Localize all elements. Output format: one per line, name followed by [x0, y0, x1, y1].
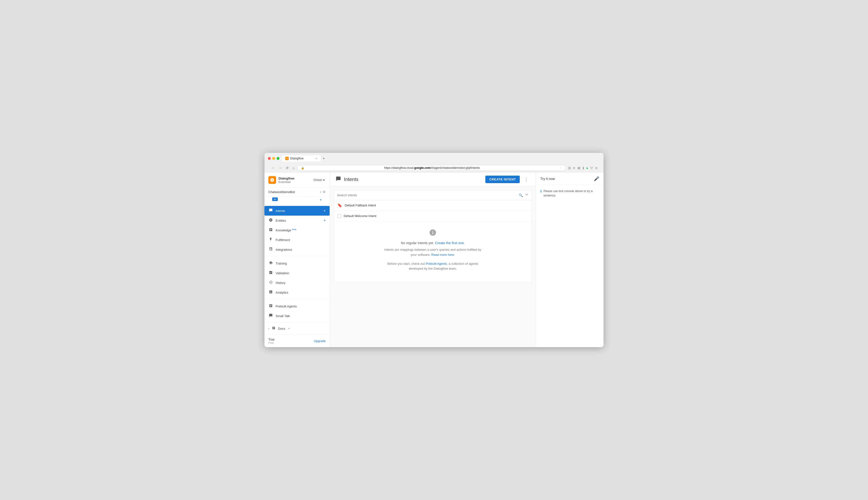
- extension-icon[interactable]: ●: [586, 166, 589, 170]
- reader-icon[interactable]: ≡: [573, 166, 576, 170]
- create-first-link[interactable]: Create the first one.: [435, 241, 465, 245]
- knowledge-label: Knowledge beta: [276, 228, 326, 232]
- prebuilt-agents-link[interactable]: Prebuilt Agents: [426, 262, 447, 265]
- main-content: Intents CREATE INTENT ⋮ 🔍: [330, 173, 536, 347]
- secondary-nav: Training Validation History: [265, 259, 329, 297]
- trial-info: Trial Free: [268, 338, 314, 344]
- browser-tab[interactable]: D Dialogflow ✕: [282, 155, 321, 162]
- minimize-button[interactable]: [272, 157, 275, 160]
- add-language-button[interactable]: +: [320, 198, 326, 202]
- empty-desc-2: Before you start, check out Prebuilt Age…: [339, 261, 527, 272]
- sidebar-item-validation[interactable]: Validation: [265, 268, 329, 278]
- language-badge[interactable]: en: [272, 197, 278, 201]
- try-info-icon: ℹ: [540, 189, 542, 193]
- intent-name-welcome: Default Welcome Intent: [344, 214, 489, 218]
- address-bar[interactable]: 🔒 https://dialogflow.cloud.google.com/#/…: [298, 165, 566, 171]
- intent-name-fallback: Default Fallback Intent: [345, 204, 528, 207]
- sidebar-item-history[interactable]: History: [265, 278, 329, 287]
- tab-close-icon[interactable]: ✕: [315, 157, 317, 160]
- trial-label: Trial: [268, 338, 314, 341]
- filter-toolbar-icon[interactable]: ▽: [590, 166, 593, 170]
- upgrade-button[interactable]: Upgrade: [314, 339, 326, 343]
- intent-item-fallback[interactable]: 🔖 Default Fallback Intent: [334, 200, 532, 211]
- create-intent-button[interactable]: CREATE INTENT: [485, 175, 520, 183]
- brand-sub: Essentials: [278, 181, 294, 183]
- try-info-text: Please use test console above to try a s…: [543, 189, 599, 198]
- url-text: https://dialogflow.cloud.google.com/#/ag…: [306, 166, 558, 170]
- docs-icon: [271, 326, 276, 331]
- sidebar-item-training[interactable]: Training: [265, 259, 329, 268]
- intent-list: 🔍 🔖 Default Fallback Intent Default Welc: [334, 190, 532, 283]
- close-button[interactable]: [268, 157, 271, 160]
- intent-checkbox[interactable]: [337, 214, 341, 218]
- try-title: Try it now: [540, 177, 555, 181]
- docs-external-icon: ↗: [288, 327, 290, 330]
- sidebar-item-docs[interactable]: › Docs ↗: [265, 324, 329, 333]
- intents-panel: 🔍 🔖 Default Fallback Intent Default Welc: [330, 186, 536, 347]
- try-body: ℹ Please use test console above to try a…: [536, 185, 603, 347]
- copy-intent-icon[interactable]: [519, 214, 522, 218]
- tab-bar: D Dialogflow ✕ +: [282, 155, 327, 162]
- search-input[interactable]: [337, 193, 517, 197]
- sidebar-header: Dialogflow Essentials Global: [265, 173, 329, 188]
- delete-intent-icon[interactable]: [524, 214, 528, 218]
- validation-label: Validation: [276, 271, 326, 275]
- lang-row: en +: [265, 196, 329, 205]
- traffic-lights: [268, 157, 279, 160]
- add-entity-icon[interactable]: +: [324, 218, 326, 223]
- sidebar-item-integrations[interactable]: Integrations: [265, 245, 329, 254]
- sidebar-item-knowledge[interactable]: Knowledge beta: [265, 225, 329, 235]
- microphone-icon[interactable]: 🎤: [594, 176, 599, 181]
- agent-dropdown-icon[interactable]: ▾: [320, 191, 321, 193]
- read-more-link[interactable]: Read more here: [431, 253, 454, 257]
- new-tab-button[interactable]: +: [321, 155, 327, 162]
- overflow-icon[interactable]: ≡: [595, 166, 598, 170]
- tab-title: Dialogflow: [290, 157, 314, 160]
- nav-divider-3: [265, 322, 329, 322]
- training-icon: [268, 261, 273, 266]
- intent-item-welcome[interactable]: Default Welcome Intent Add follow-up int…: [334, 211, 532, 221]
- back-button[interactable]: ←: [270, 166, 276, 170]
- brand-name: Dialogflow: [278, 177, 294, 181]
- sidebar-item-fulfillment[interactable]: Fulfillment: [265, 235, 329, 245]
- fulfillment-label: Fulfillment: [276, 238, 326, 242]
- container-icon[interactable]: ⊞: [577, 166, 581, 170]
- sidebar-item-intents[interactable]: Intents +: [265, 206, 329, 216]
- pocket-icon[interactable]: ⊡: [568, 166, 571, 170]
- primary-nav: Intents + Entities + Knowledge beta: [265, 206, 329, 254]
- integrations-icon: [268, 247, 273, 252]
- reload-button[interactable]: ↺: [285, 166, 290, 170]
- entities-label: Entities: [276, 219, 321, 223]
- fulfillment-icon: [268, 237, 273, 242]
- nav-divider-1: [265, 256, 329, 256]
- global-select[interactable]: Global: [312, 178, 326, 182]
- maximize-button[interactable]: [277, 157, 279, 160]
- sidebar-item-prebuilt[interactable]: Prebuilt Agents: [265, 302, 329, 311]
- forward-button[interactable]: →: [278, 166, 283, 170]
- more-options-button[interactable]: ⋮: [523, 177, 530, 183]
- sidebar-item-entities[interactable]: Entities +: [265, 216, 329, 225]
- empty-desc-1: Intents are mappings between a user's qu…: [339, 247, 527, 258]
- filter-icon[interactable]: [525, 193, 529, 197]
- tertiary-nav: Prebuilt Agents Small Talk: [265, 302, 329, 321]
- search-bar: 🔍: [334, 190, 532, 200]
- prebuilt-label: Prebuilt Agents: [276, 305, 326, 308]
- tab-favicon: D: [285, 157, 289, 160]
- home-button[interactable]: ⌂: [292, 166, 296, 170]
- search-icon[interactable]: 🔍: [519, 193, 523, 197]
- add-intent-icon[interactable]: +: [324, 208, 326, 213]
- sidebar-item-smalltalk[interactable]: Small Talk: [265, 311, 329, 321]
- prebuilt-icon: [268, 304, 273, 309]
- analytics-icon: [268, 290, 273, 295]
- history-label: History: [276, 281, 326, 285]
- agent-name: ChatwootDemoBot: [268, 190, 319, 194]
- sidebar-item-analytics[interactable]: Analytics: [265, 287, 329, 297]
- browser-window: D Dialogflow ✕ + ← → ↺ ⌂ 🔒 https://dialo…: [265, 153, 603, 347]
- page-icon: [336, 176, 341, 183]
- agent-settings-icon[interactable]: ⚙: [323, 190, 326, 194]
- trial-sub: Free: [268, 341, 314, 344]
- info-icon[interactable]: ℹ: [582, 166, 585, 170]
- sidebar: Dialogflow Essentials Global ChatwootDem…: [265, 173, 330, 347]
- add-followup-button[interactable]: Add follow-up intent: [491, 214, 517, 218]
- smalltalk-label: Small Talk: [276, 314, 326, 318]
